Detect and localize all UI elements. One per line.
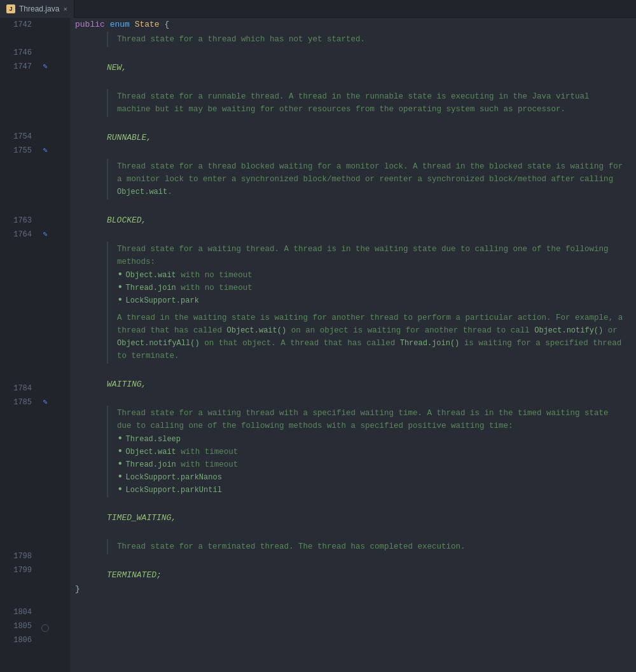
enum-waiting: WAITING, <box>107 380 146 389</box>
doc-runnable: Thread state for a runnable thread. A th… <box>70 89 636 117</box>
tab-thread-java[interactable]: J Thread.java × <box>0 0 74 18</box>
blank-after-waiting <box>70 392 636 406</box>
bullet-code-parknanos: LockSupport.parkNanos <box>126 473 222 482</box>
code-line-1742: public enum State { <box>70 18 636 32</box>
gutter-row-1805: 1805 <box>0 619 70 633</box>
bullet-code-thread-sleep: Thread.sleep <box>126 435 181 444</box>
tab-bar: J Thread.java × <box>0 0 636 18</box>
blank-1746 <box>70 47 636 61</box>
bullet-text-with-timeout: with timeout <box>176 448 238 456</box>
gutter-row-1804: 1804 <box>0 605 70 619</box>
gutter-row-1784: 1784 <box>0 381 70 395</box>
code-content: public enum State { Thread state for a t… <box>70 18 636 672</box>
line-number-1763: 1763 <box>0 214 38 228</box>
code-line-1785: WAITING, <box>70 378 636 392</box>
blank-after-timed <box>70 525 636 539</box>
bullet-object-wait: • Object.wait with no timeout <box>117 270 623 282</box>
line-number-1755: 1755 <box>0 144 38 158</box>
bullet-thread-join-timeout: • Thread.join with timeout <box>117 459 623 472</box>
gutter: 1742 1746 1747 ✎ <box>0 18 70 672</box>
blank-after-new <box>70 75 636 89</box>
pencil-icon-1755[interactable]: ✎ <box>38 144 52 158</box>
doc-terminated: Thread state for a terminated thread. Th… <box>70 539 636 554</box>
bullet-locksupport-park: • LockSupport.park <box>117 295 623 308</box>
editor-area: 1742 1746 1747 ✎ <box>0 18 636 672</box>
brace-close: } <box>75 584 80 594</box>
file-icon: J <box>6 4 15 13</box>
doc-text-not-started: Thread state for a thread which has not … <box>117 32 623 47</box>
blank-after-blocked <box>70 228 636 242</box>
gutter-row-1755: 1755 ✎ <box>0 144 70 158</box>
blank-1754 <box>70 117 636 131</box>
enum-new: NEW, <box>107 63 127 72</box>
line-number-1784: 1784 <box>0 381 38 395</box>
enum-runnable: RUNNABLE, <box>107 133 151 142</box>
bullet-code-thread-join: Thread.join <box>126 284 176 292</box>
bullet-code-object-wait-timeout: Object.wait <box>126 448 176 456</box>
code-line-1764: BLOCKED, <box>70 214 636 228</box>
breakpoint-circle[interactable] <box>41 624 49 632</box>
doc-text-waiting-detail: A thread in the waiting state is waiting… <box>117 310 623 364</box>
doc-text-timed-intro: Thread state for a waiting thread with a… <box>117 406 623 434</box>
code-line-1806: } <box>70 582 636 596</box>
bullet-locksupport-parknanos: • LockSupport.parkNanos <box>117 472 623 484</box>
line-number-1799: 1799 <box>0 563 38 577</box>
keyword-public: public <box>75 20 105 29</box>
bullet-thread-join: • Thread.join with no timeout <box>117 282 623 295</box>
line-number-1785: 1785 <box>0 395 38 409</box>
code-line-1755: RUNNABLE, <box>70 131 636 145</box>
gutter-row-1742: 1742 <box>0 18 70 32</box>
doc-timed-waiting: Thread state for a waiting thread with a… <box>70 406 636 497</box>
blank-1784 <box>70 364 636 378</box>
gutter-row-1799: 1799 <box>0 563 70 577</box>
gutter-row-1747: 1747 ✎ <box>0 60 70 74</box>
pencil-icon-1747[interactable]: ✎ <box>38 60 52 74</box>
bullet-code-locksupport-park: LockSupport.park <box>126 296 199 305</box>
gutter-row-1754: 1754 <box>0 130 70 144</box>
pencil-icon-1785[interactable]: ✎ <box>38 395 52 409</box>
bullet-code-parkuntil: LockSupport.parkUntil <box>126 486 222 495</box>
gutter-row-1746: 1746 <box>0 46 70 60</box>
line-number-1746: 1746 <box>0 46 38 60</box>
doc-text-waiting-intro: Thread state for a waiting thread. A thr… <box>117 242 623 270</box>
enum-blocked: BLOCKED, <box>107 216 146 225</box>
brace-open: { <box>164 20 169 29</box>
enum-timed-waiting: TIMED_WAITING, <box>107 513 176 523</box>
bullet-code-object-wait: Object.wait <box>126 271 176 280</box>
gutter-row-1806: 1806 <box>0 633 70 647</box>
line-number-1747: 1747 <box>0 60 38 74</box>
keyword-enum: enum <box>110 20 130 29</box>
line-number-1806: 1806 <box>0 633 38 647</box>
class-name-state: State <box>135 20 160 29</box>
gutter-row-1798: 1798 <box>0 549 70 563</box>
doc-not-started: Thread state for a thread which has not … <box>70 32 636 47</box>
blank-1763 <box>70 200 636 214</box>
code-line-1799: TIMED_WAITING, <box>70 511 636 525</box>
line-number-1764: 1764 <box>0 228 38 242</box>
bullet-text-no-timeout: with no timeout <box>176 271 252 280</box>
blank-1798 <box>70 497 636 511</box>
bullet-locksupport-parkuntil: • LockSupport.parkUntil <box>117 484 623 497</box>
doc-text-blocked: Thread state for a thread blocked waitin… <box>117 159 623 200</box>
tab-close-button[interactable]: × <box>63 5 67 13</box>
gutter-row-1763: 1763 <box>0 214 70 228</box>
bullet-text-join-with-timeout: with timeout <box>176 460 238 469</box>
gutter-row-1764: 1764 ✎ <box>0 228 70 242</box>
bullet-text-join-no-timeout: with no timeout <box>176 284 252 292</box>
pencil-icon-1764[interactable]: ✎ <box>38 228 52 242</box>
enum-terminated: TERMINATED; <box>107 570 162 580</box>
line-number-1742: 1742 <box>0 18 38 32</box>
line-number-1804: 1804 <box>0 605 38 619</box>
line-number-1754: 1754 <box>0 130 38 144</box>
line-number-1798: 1798 <box>0 549 38 563</box>
doc-text-runnable: Thread state for a runnable thread. A th… <box>117 89 623 117</box>
gutter-icon-1742 <box>38 18 52 32</box>
blank-1804 <box>70 554 636 568</box>
doc-waiting: Thread state for a waiting thread. A thr… <box>70 242 636 364</box>
line-number-1805: 1805 <box>0 619 38 633</box>
inline-code-object-wait: Object.wait <box>117 188 167 196</box>
bullet-code-thread-join-timeout: Thread.join <box>126 460 176 469</box>
gutter-row-1785: 1785 ✎ <box>0 395 70 409</box>
bullet-thread-sleep: • Thread.sleep <box>117 434 623 446</box>
bullet-object-wait-timeout: • Object.wait with timeout <box>117 446 623 459</box>
